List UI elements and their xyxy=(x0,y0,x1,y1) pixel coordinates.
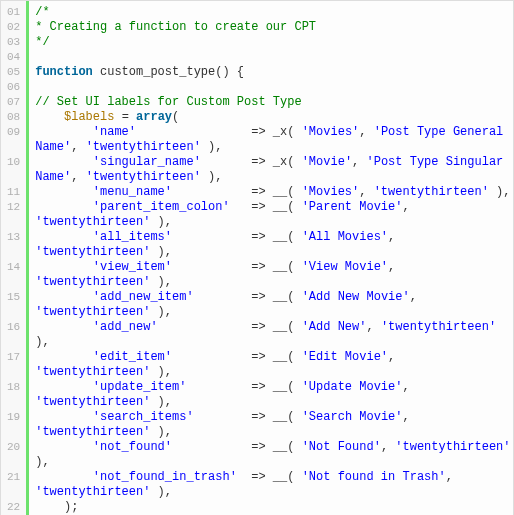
line-number: 14 xyxy=(1,260,26,290)
code-line: // Set UI labels for Custom Post Type xyxy=(35,95,513,110)
line-number: 12 xyxy=(1,200,26,230)
code-token: 'Add New Movie' xyxy=(302,290,410,304)
code-token: => __( xyxy=(172,230,302,244)
code-token xyxy=(35,230,93,244)
code-token: 'twentythirteen' xyxy=(35,215,150,229)
code-token xyxy=(35,410,93,424)
code-token: 'Edit Movie' xyxy=(302,350,388,364)
code-token: 'search_items' xyxy=(93,410,194,424)
code-token: ), xyxy=(150,395,172,409)
code-line: */ xyxy=(35,35,513,50)
code-token: 'View Movie' xyxy=(302,260,388,274)
line-number: 02 xyxy=(1,20,26,35)
code-token: => __( xyxy=(194,410,302,424)
code-token: /* xyxy=(35,5,49,19)
code-token: 'All Movies' xyxy=(302,230,388,244)
code-token: */ xyxy=(35,35,49,49)
line-number: 11 xyxy=(1,185,26,200)
code-token: 'singular_name' xyxy=(93,155,201,169)
code-token: = xyxy=(114,110,136,124)
line-number: 05 xyxy=(1,65,26,80)
code-token: , xyxy=(71,140,85,154)
code-token: , xyxy=(381,440,395,454)
code-token xyxy=(35,350,93,364)
code-token: 'Update Movie' xyxy=(302,380,403,394)
code-token xyxy=(35,440,93,454)
code-token: 'Movies' xyxy=(302,185,360,199)
code-token xyxy=(35,200,93,214)
code-token xyxy=(35,110,64,124)
code-token xyxy=(35,380,93,394)
line-number: 18 xyxy=(1,380,26,410)
code-token: ), xyxy=(150,365,172,379)
code-token: 'name' xyxy=(93,125,136,139)
code-token: , xyxy=(366,320,380,334)
line-number: 22 xyxy=(1,500,26,515)
code-token: 'twentythirteen' xyxy=(395,440,510,454)
code-token: 'all_items' xyxy=(93,230,172,244)
code-token: => __( xyxy=(172,350,302,364)
code-token: ), xyxy=(150,305,172,319)
code-token: 'parent_item_colon' xyxy=(93,200,230,214)
code-line: * Creating a function to create our CPT xyxy=(35,20,513,35)
code-block: 0102030405060708091011121314151617181920… xyxy=(0,0,514,515)
code-token: => __( xyxy=(158,320,302,334)
line-number: 06 xyxy=(1,80,26,95)
code-line: 'not_found_in_trash' => __( 'Not found i… xyxy=(35,470,513,500)
line-number-gutter: 0102030405060708091011121314151617181920… xyxy=(1,1,29,515)
line-number: 10 xyxy=(1,155,26,185)
code-token: , xyxy=(402,380,416,394)
code-token: ( xyxy=(172,110,179,124)
line-number: 13 xyxy=(1,230,26,260)
code-line: 'view_item' => __( 'View Movie', 'twenty… xyxy=(35,260,513,290)
code-line: 'name' => _x( 'Movies', 'Post Type Gener… xyxy=(35,125,513,155)
code-line: 'search_items' => __( 'Search Movie', 't… xyxy=(35,410,513,440)
code-token: => _x( xyxy=(201,155,302,169)
code-line: 'not_found' => __( 'Not Found', 'twentyt… xyxy=(35,440,513,470)
line-number: 07 xyxy=(1,95,26,110)
code-token: ), xyxy=(150,425,172,439)
code-token: 'twentythirteen' xyxy=(35,395,150,409)
code-token: , xyxy=(410,290,424,304)
code-token xyxy=(35,80,42,94)
code-token: => _x( xyxy=(136,125,302,139)
code-token: 'add_new_item' xyxy=(93,290,194,304)
code-token: 'update_item' xyxy=(93,380,187,394)
code-token: 'Not found in Trash' xyxy=(302,470,446,484)
code-token: , xyxy=(403,410,417,424)
line-number: 16 xyxy=(1,320,26,350)
code-token: => __( xyxy=(172,260,302,274)
code-token: , xyxy=(71,170,85,184)
code-token: ), xyxy=(150,275,172,289)
code-token: 'Movie' xyxy=(302,155,352,169)
code-token: 'Parent Movie' xyxy=(302,200,403,214)
code-line: 'parent_item_colon' => __( 'Parent Movie… xyxy=(35,200,513,230)
line-number: 08 xyxy=(1,110,26,125)
code-token: 'twentythirteen' xyxy=(86,140,201,154)
line-number: 04 xyxy=(1,50,26,65)
line-number: 21 xyxy=(1,470,26,500)
code-token: ); xyxy=(35,500,78,514)
code-token: 'Search Movie' xyxy=(302,410,403,424)
code-token: => __( xyxy=(172,440,302,454)
code-token: => __( xyxy=(186,380,301,394)
code-token: , xyxy=(388,230,402,244)
code-token: 'twentythirteen' xyxy=(86,170,201,184)
code-line: ); xyxy=(35,500,513,515)
code-token: 'twentythirteen' xyxy=(35,485,150,499)
code-token: 'add_new' xyxy=(93,320,158,334)
code-token xyxy=(35,155,93,169)
code-area[interactable]: /** Creating a function to create our CP… xyxy=(29,1,513,515)
code-token: // Set UI labels for Custom Post Type xyxy=(35,95,301,109)
code-token: 'not_found_in_trash' xyxy=(93,470,237,484)
code-token: 'twentythirteen' xyxy=(35,305,150,319)
line-number: 15 xyxy=(1,290,26,320)
code-token: => __( xyxy=(237,470,302,484)
code-token: $labels xyxy=(64,110,114,124)
code-token: 'Movies' xyxy=(302,125,360,139)
code-token: 'twentythirteen' xyxy=(35,365,150,379)
code-token: array xyxy=(136,110,172,124)
code-token: 'view_item' xyxy=(93,260,172,274)
code-token: 'twentythirteen' xyxy=(374,185,489,199)
code-line: 'all_items' => __( 'All Movies', 'twenty… xyxy=(35,230,513,260)
